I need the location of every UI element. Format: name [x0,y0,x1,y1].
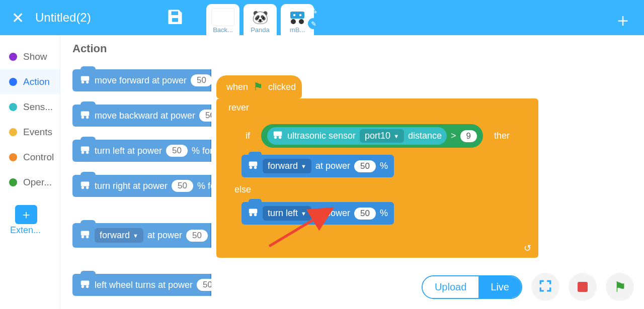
sidebar-item-label: Oper... [23,177,52,188]
chevron-down-icon: ▼ [133,233,138,239]
svg-point-25 [274,136,277,139]
sidebar-item-show[interactable]: Show [0,44,60,69]
sidebar-item-action[interactable]: Action [0,69,60,94]
script-stack[interactable]: when ⚑ clicked rever if [216,75,538,258]
sidebar-item-events[interactable]: Events [0,120,60,145]
value-pill[interactable]: 50 [354,160,376,172]
palette-heading: Action [72,42,211,55]
svg-point-10 [82,116,85,119]
direction-dropdown[interactable]: forward▼ [263,159,311,173]
extension-label: Exten... [10,225,60,236]
block-palette[interactable]: Action move forward at power 50 % for 1 … [60,35,211,309]
value-pill[interactable]: 50 [166,145,188,157]
sensor-reporter[interactable]: ultrasonic sensor port10▼ distance [267,127,447,145]
svg-rect-9 [81,111,90,116]
forever-block[interactable]: rever if ultrasonic sensor [216,98,538,258]
value-pill[interactable]: 50 [199,110,211,122]
category-sidebar: Show Action Sens... Events Control Oper.… [0,35,60,309]
block-move-forward[interactable]: move forward at power 50 % for 1 secs [72,69,211,91]
robot-icon [79,279,91,291]
hat-block-when-flag[interactable]: when ⚑ clicked [216,75,302,98]
block-forward-power[interactable]: forward▼ at power 50 % [242,155,394,177]
stop-button[interactable] [569,273,597,301]
value-pill[interactable]: 50 [197,279,211,291]
svg-rect-6 [81,76,90,80]
script-stage[interactable]: when ⚑ clicked rever if [211,35,644,309]
condition-operator[interactable]: ultrasonic sensor port10▼ distance > 9 [261,124,483,148]
stop-icon [578,282,588,292]
svg-rect-12 [81,146,90,151]
close-icon[interactable]: ✕ [0,9,35,27]
robot-icon [79,180,91,192]
block-turn-right[interactable]: turn right at power 50 % for 1 secs [72,175,211,197]
bluetooth-icon[interactable]: ⁂ [308,5,319,16]
direction-dropdown[interactable]: forward▼ [95,228,143,243]
chevron-down-icon: ▼ [393,133,399,139]
device-tabs: Back... 🐼 Panda mB... ⁂ ✎ [204,0,316,35]
value-pill[interactable]: 50 [191,74,211,86]
block-move-backward[interactable]: move backward at power 50 % for 1 secs [72,105,211,127]
block-turn-left[interactable]: turn left at power 50 % for 1 secs [72,140,211,162]
edit-icon[interactable]: ✎ [308,18,319,29]
robot-icon [79,145,91,157]
robot-icon [79,75,91,86]
if-else-block[interactable]: if ultrasonic sensor port10▼ distance > [227,120,538,236]
loop-arrow-icon: ↺ [524,243,531,254]
port-dropdown[interactable]: port10▼ [360,129,404,143]
svg-point-11 [86,116,89,119]
sidebar-item-operators[interactable]: Oper... [0,170,60,195]
extension-button[interactable]: ＋ [15,205,37,224]
tab-mbot[interactable]: mB... ⁂ ✎ [281,4,314,35]
panda-icon: 🐼 [249,8,272,26]
block-two-wheels[interactable]: left wheel turns at power 50 %, right wh… [72,274,211,296]
add-device-icon[interactable]: ＋ [614,8,632,33]
robot-icon [79,110,91,122]
flag-icon: ⚑ [253,80,263,93]
svg-rect-21 [81,280,90,285]
mode-toggle[interactable]: Upload Live [422,275,522,299]
fullscreen-button[interactable] [531,273,559,301]
sidebar-item-control[interactable]: Control [0,145,60,170]
svg-point-17 [86,186,89,189]
svg-rect-27 [249,162,258,166]
upload-mode[interactable]: Upload [423,276,478,298]
value-pill[interactable]: 9 [460,130,477,142]
sidebar-item-label: Action [23,76,50,87]
tab-label: mB... [290,26,305,34]
value-pill[interactable]: 50 [186,230,208,242]
top-bar: ✕ Untitled(2) Back... 🐼 Panda mB... ⁂ ✎ … [0,0,644,35]
svg-point-3 [299,19,304,24]
svg-point-29 [254,166,257,169]
svg-point-2 [291,19,296,24]
svg-point-22 [82,285,85,288]
save-icon[interactable] [166,8,184,28]
run-button[interactable]: ⚑ [606,273,634,301]
sidebar-item-sensing[interactable]: Sens... [0,94,60,120]
tab-background[interactable]: Back... [206,4,239,35]
block-direction-power[interactable]: forward▼ at power 50 % [72,223,211,248]
sidebar-item-label: Control [23,152,54,163]
background-thumb-icon [211,8,234,26]
svg-point-20 [86,236,89,239]
chevron-down-icon: ▼ [301,211,306,217]
svg-point-32 [254,214,257,217]
sidebar-item-label: Events [23,127,52,138]
svg-rect-1 [290,12,304,19]
project-title[interactable]: Untitled(2) [35,11,166,25]
live-mode[interactable]: Live [478,276,521,298]
direction-dropdown[interactable]: turn left▼ [263,206,311,221]
svg-point-14 [86,151,89,154]
sidebar-item-label: Show [23,51,47,62]
svg-rect-30 [249,209,258,214]
tab-panda[interactable]: 🐼 Panda [244,4,277,35]
svg-point-5 [299,14,302,17]
value-pill[interactable]: 50 [354,208,376,220]
mbot-icon [286,8,309,26]
stage-controls: Upload Live ⚑ [422,273,634,301]
svg-point-7 [82,80,85,83]
fullscreen-icon [539,279,552,294]
value-pill[interactable]: 50 [172,180,193,192]
svg-point-8 [86,80,89,83]
svg-point-13 [82,151,85,154]
block-turnleft-power[interactable]: turn left▼ at power 50 % [242,202,394,225]
